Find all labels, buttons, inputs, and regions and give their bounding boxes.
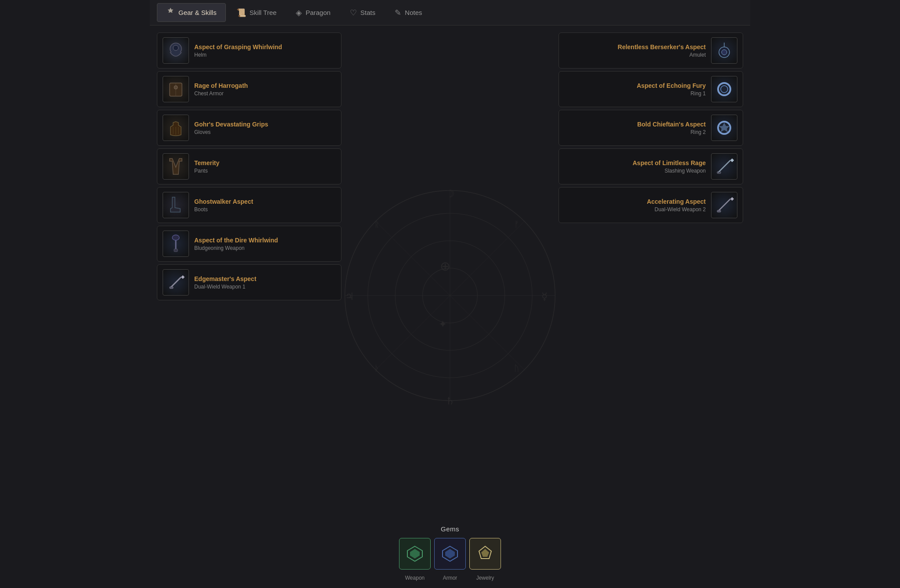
- svg-marker-37: [481, 549, 489, 557]
- gear-icon-chest: [163, 76, 189, 102]
- armor-gem-slot[interactable]: [434, 538, 466, 570]
- left-gear-column: Aspect of Grasping Whirlwind Helm Rage o…: [157, 32, 341, 581]
- gear-icon-ring1: [711, 76, 737, 102]
- gear-item-slash-weapon[interactable]: Aspect of Limitless Rage Slashing Weapon: [559, 148, 743, 184]
- skill-tree-icon: 📜: [236, 8, 246, 18]
- center-column: Gems: [341, 32, 559, 581]
- gear-name-gloves: Gohr's Devastating Grips: [194, 120, 268, 128]
- gear-icon-slash-weapon: [711, 153, 737, 180]
- gear-name-dw2: Accelerating Aspect: [647, 198, 706, 206]
- gear-name-boots: Ghostwalker Aspect: [194, 198, 253, 206]
- svg-marker-49: [730, 197, 734, 201]
- gear-item-chest[interactable]: Rage of Harrogath Chest Armor: [157, 71, 341, 107]
- gear-item-dw2[interactable]: Accelerating Aspect Dual-Wield Weapon 2: [559, 187, 743, 223]
- svg-marker-33: [410, 549, 420, 559]
- gear-text-chest: Rage of Harrogath Chest Armor: [194, 82, 248, 97]
- svg-point-19: [173, 45, 178, 51]
- gear-slot-gloves: Gloves: [194, 129, 268, 135]
- gear-icon-ring2: [711, 115, 737, 141]
- gear-text-gloves: Gohr's Devastating Grips Gloves: [194, 120, 268, 135]
- svg-point-41: [718, 83, 730, 95]
- gems-title: Gems: [441, 525, 459, 533]
- tab-paragon-label: Paragon: [305, 9, 330, 16]
- gear-text-boots: Ghostwalker Aspect Boots: [194, 198, 253, 213]
- gear-icon-boots: [163, 192, 189, 218]
- gear-text-dw1: Edgemaster's Aspect Dual-Wield Weapon 1: [194, 275, 256, 290]
- gear-slot-ring2: Ring 2: [637, 129, 706, 135]
- gear-slot-boots: Boots: [194, 206, 253, 213]
- gear-text-helm: Aspect of Grasping Whirlwind Helm: [194, 43, 282, 58]
- gear-text-amulet: Relentless Berserker's Aspect Amulet: [618, 43, 706, 58]
- gear-slot-helm: Helm: [194, 52, 282, 58]
- paragon-icon: ◈: [296, 8, 302, 18]
- svg-point-42: [721, 86, 728, 93]
- gear-name-helm: Aspect of Grasping Whirlwind: [194, 43, 282, 51]
- gear-slot-pants: Pants: [194, 168, 219, 174]
- tab-skill-tree-label: Skill Tree: [250, 9, 277, 16]
- svg-point-22: [174, 86, 178, 89]
- svg-line-29: [171, 277, 181, 288]
- main-content: ☽ ☿ ♄ ♃ ᚠ ᚢ ᚦ ᚱ ⊕ ✦ Aspect of Grasping W…: [150, 25, 750, 588]
- armor-gem-label: Armor: [434, 575, 466, 581]
- stats-icon: ♡: [350, 8, 357, 18]
- gear-item-boots[interactable]: Ghostwalker Aspect Boots: [157, 187, 341, 223]
- gear-icon-dw1: [163, 269, 189, 296]
- svg-rect-28: [174, 249, 178, 252]
- gear-item-pants[interactable]: Temerity Pants: [157, 148, 341, 184]
- gear-slot-blud-weapon: Bludgeoning Weapon: [194, 245, 278, 251]
- gear-icon-dw2: [711, 192, 737, 218]
- gear-slot-chest: Chest Armor: [194, 90, 248, 97]
- svg-rect-47: [717, 172, 721, 173]
- svg-marker-30: [181, 275, 185, 279]
- gear-text-ring2: Bold Chieftain's Aspect Ring 2: [637, 120, 706, 135]
- tab-notes-label: Notes: [405, 9, 422, 16]
- top-nav: Gear & Skills 📜 Skill Tree ◈ Paragon ♡ S…: [150, 0, 750, 25]
- svg-point-40: [722, 50, 727, 55]
- gear-item-helm[interactable]: Aspect of Grasping Whirlwind Helm: [157, 32, 341, 69]
- tab-stats[interactable]: ♡ Stats: [341, 4, 384, 21]
- svg-line-45: [718, 160, 730, 173]
- weapon-gem-label: Weapon: [399, 575, 431, 581]
- gear-name-amulet: Relentless Berserker's Aspect: [618, 43, 706, 51]
- gear-name-blud-weapon: Aspect of the Dire Whirlwind: [194, 236, 278, 244]
- gear-name-slash-weapon: Aspect of Limitless Rage: [633, 159, 706, 167]
- gear-icon-helm: [163, 37, 189, 64]
- svg-rect-31: [170, 287, 173, 289]
- gear-text-slash-weapon: Aspect of Limitless Rage Slashing Weapon: [633, 159, 706, 174]
- svg-line-48: [718, 199, 730, 211]
- gear-item-amulet[interactable]: Relentless Berserker's Aspect Amulet: [559, 32, 743, 69]
- gear-slot-slash-weapon: Slashing Weapon: [633, 168, 706, 174]
- gear-slot-dw2: Dual-Wield Weapon 2: [647, 206, 706, 213]
- gear-item-ring2[interactable]: Bold Chieftain's Aspect Ring 2: [559, 110, 743, 146]
- gear-item-dw1[interactable]: Edgemaster's Aspect Dual-Wield Weapon 1: [157, 264, 341, 300]
- gear-icon-pants: [163, 153, 189, 180]
- jewelry-gem-label: Jewelry: [469, 575, 501, 581]
- gear-text-pants: Temerity Pants: [194, 159, 219, 174]
- gear-item-gloves[interactable]: Gohr's Devastating Grips Gloves: [157, 110, 341, 146]
- gear-icon-amulet: [711, 37, 737, 64]
- gear-name-chest: Rage of Harrogath: [194, 82, 248, 90]
- gear-item-blud-weapon[interactable]: Aspect of the Dire Whirlwind Bludgeoning…: [157, 226, 341, 262]
- svg-point-27: [172, 235, 179, 240]
- gear-slot-dw1: Dual-Wield Weapon 1: [194, 284, 256, 290]
- svg-rect-50: [717, 210, 721, 212]
- gear-text-dw2: Accelerating Aspect Dual-Wield Weapon 2: [647, 198, 706, 213]
- gear-text-blud-weapon: Aspect of the Dire Whirlwind Bludgeoning…: [194, 236, 278, 251]
- tab-gear-skills-label: Gear & Skills: [178, 9, 217, 16]
- tab-notes[interactable]: ✎ Notes: [386, 4, 431, 21]
- notes-icon: ✎: [395, 8, 401, 18]
- tab-skill-tree[interactable]: 📜 Skill Tree: [228, 4, 286, 21]
- tab-gear-skills[interactable]: Gear & Skills: [157, 3, 226, 22]
- gear-name-ring1: Aspect of Echoing Fury: [637, 82, 706, 90]
- gear-text-ring1: Aspect of Echoing Fury Ring 1: [637, 82, 706, 97]
- gems-row: [399, 538, 501, 570]
- gear-slot-amulet: Amulet: [618, 52, 706, 58]
- weapon-gem-slot[interactable]: [399, 538, 431, 570]
- jewelry-gem-slot[interactable]: [469, 538, 501, 570]
- gear-slot-ring1: Ring 1: [637, 90, 706, 97]
- svg-marker-46: [730, 159, 734, 162]
- gear-icon-blud-weapon: [163, 231, 189, 257]
- tab-paragon[interactable]: ◈ Paragon: [287, 4, 339, 21]
- tab-stats-label: Stats: [360, 9, 375, 16]
- gear-item-ring1[interactable]: Aspect of Echoing Fury Ring 1: [559, 71, 743, 107]
